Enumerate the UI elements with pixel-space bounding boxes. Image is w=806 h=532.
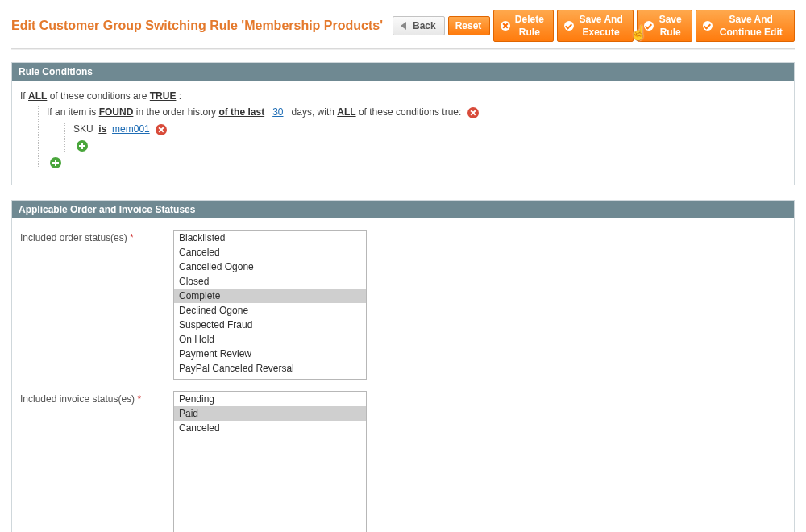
period-days-input[interactable]: 30 (272, 106, 283, 118)
remove-condition-icon[interactable] (467, 107, 479, 118)
delete-icon (501, 21, 510, 31)
condition-order-history: If an item is FOUND in the order history… (47, 106, 786, 118)
multiselect-option[interactable]: Payment Review (174, 347, 366, 361)
invoice-status-label: Included invoice status(es) * (20, 391, 173, 405)
label-text: Included invoice status(es) (20, 393, 135, 405)
save-and-continue-button[interactable]: Save And Continue Edit (696, 10, 795, 42)
sku-value-input[interactable]: mem001 (112, 123, 150, 135)
applicable-statuses-section: Applicable Order and Invoice Statuses In… (11, 200, 795, 532)
check-icon (564, 21, 574, 31)
reset-button-label: Reset (455, 19, 482, 32)
rule-conditions-header: Rule Conditions (12, 63, 794, 81)
multiselect-option[interactable]: PayPal Canceled Reversal (174, 361, 366, 376)
order-status-row: Included order status(es) * BlacklistedC… (20, 230, 786, 380)
multiselect-option[interactable]: Canceled (174, 421, 366, 435)
multiselect-option[interactable]: On Hold (174, 332, 366, 347)
check-icon (703, 21, 713, 31)
back-button-label: Back (413, 19, 436, 32)
page-title: Edit Customer Group Switching Rule 'Memb… (11, 19, 393, 33)
add-condition-icon[interactable] (50, 157, 61, 168)
save-and-execute-label: Save And Execute (577, 13, 624, 39)
label-text: Included order status(es) (20, 232, 127, 243)
period-label-selector[interactable]: of the last (218, 106, 264, 118)
multiselect-option[interactable]: Closed (174, 274, 366, 289)
button-row: Back Reset Delete Rule Save And Execute … (393, 10, 795, 42)
cond-text: of these conditions are (50, 90, 147, 102)
check-icon (644, 21, 654, 31)
aggregator-selector[interactable]: ALL (28, 90, 47, 102)
back-icon (400, 21, 409, 31)
multiselect-option[interactable]: Paid (174, 406, 366, 421)
multiselect-option[interactable]: Canceled (174, 245, 366, 260)
cond-text: in the order history (136, 106, 216, 118)
order-status-multiselect[interactable]: BlacklistedCanceledCancelled OgoneClosed… (173, 230, 367, 380)
back-button[interactable]: Back (393, 16, 445, 35)
reset-button[interactable]: Reset (448, 16, 491, 35)
header-bar: Edit Customer Group Switching Rule 'Memb… (11, 6, 795, 49)
multiselect-option[interactable]: Cancelled Ogone (174, 260, 366, 274)
save-rule-label: Save Rule (657, 13, 684, 39)
condition-sku: SKU is mem001 (73, 123, 786, 135)
multiselect-option[interactable]: Suspected Fraud (174, 318, 366, 332)
multiselect-option[interactable]: Complete (174, 289, 366, 303)
sku-operator-selector[interactable]: is (98, 123, 106, 135)
rule-conditions-body: If ALL of these conditions are TRUE : If… (12, 81, 794, 185)
cond-text: days, with (292, 106, 334, 118)
invoice-status-row: Included invoice status(es) * PendingPai… (20, 391, 786, 532)
condition-root: If ALL of these conditions are TRUE : (20, 90, 786, 102)
cond-text: If (20, 90, 26, 102)
required-asterisk: * (130, 232, 134, 243)
cond-text: If an item is (47, 106, 96, 118)
cond-text: : (179, 90, 181, 102)
save-and-continue-label: Save And Continue Edit (716, 13, 786, 39)
save-rule-button[interactable]: Save Rule (637, 10, 693, 42)
delete-rule-label: Delete Rule (513, 13, 545, 39)
applicable-statuses-header: Applicable Order and Invoice Statuses (12, 201, 794, 218)
applicable-statuses-body: Included order status(es) * BlacklistedC… (12, 218, 794, 532)
inner-aggregator-selector[interactable]: ALL (337, 106, 355, 118)
sku-attr: SKU (73, 123, 93, 135)
cond-text: of these conditions true: (359, 106, 461, 118)
found-selector[interactable]: FOUND (99, 106, 134, 118)
order-status-label: Included order status(es) * (20, 230, 173, 243)
save-and-execute-button[interactable]: Save And Execute (557, 10, 633, 42)
add-condition-icon[interactable] (77, 140, 88, 152)
multiselect-option[interactable]: Declined Ogone (174, 303, 366, 318)
value-selector[interactable]: TRUE (150, 90, 177, 102)
rule-conditions-section: Rule Conditions If ALL of these conditio… (11, 62, 795, 185)
required-asterisk: * (137, 393, 141, 405)
delete-rule-button[interactable]: Delete Rule (493, 10, 554, 42)
multiselect-option[interactable]: Blacklisted (174, 231, 366, 245)
invoice-status-multiselect[interactable]: PendingPaidCanceled (173, 391, 367, 532)
multiselect-option[interactable]: Pending (174, 392, 366, 406)
remove-condition-icon[interactable] (156, 124, 167, 135)
